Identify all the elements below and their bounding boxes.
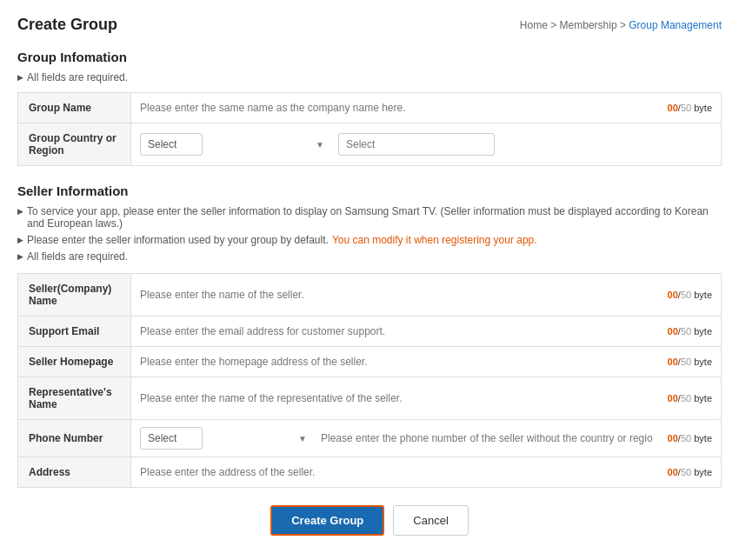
support-email-counter: 00/50 byte xyxy=(668,326,712,337)
address-label: Address xyxy=(18,457,131,488)
group-name-max: 50 xyxy=(681,103,691,113)
country-chevron-icon: ▼ xyxy=(316,140,324,150)
seller-homepage-counter: 00/50 byte xyxy=(668,357,712,367)
support-email-row: Support Email 00/50 byte xyxy=(18,317,722,347)
group-info-section: Group Infomation All fields are required… xyxy=(17,50,722,166)
seller-info-title: Seller Information xyxy=(17,183,722,198)
breadcrumb-current[interactable]: Group Management xyxy=(629,19,722,31)
phone-chevron-icon: ▼ xyxy=(298,434,307,443)
region-input[interactable] xyxy=(338,133,495,156)
phone-input-wrapper: 00/50 byte xyxy=(321,432,712,444)
seller-homepage-field-wrapper: 00/50 byte xyxy=(140,356,712,368)
group-name-counter: 00/50 byte xyxy=(668,103,712,113)
breadcrumb: Home > Membership > Group Management xyxy=(520,19,722,31)
group-name-field-wrapper: 00/50 byte xyxy=(140,102,712,114)
seller-modify-text: You can modify it when registering your … xyxy=(332,234,537,246)
seller-homepage-label: Seller Homepage xyxy=(18,347,131,377)
page-title: Create Group xyxy=(17,16,117,34)
group-info-title: Group Infomation xyxy=(17,50,722,64)
seller-name-row: Seller(Company) Name 00/50 byte xyxy=(18,274,722,317)
country-select[interactable]: Select xyxy=(140,133,203,156)
seller-required: All fields are required. xyxy=(17,250,722,263)
phone-select-wrapper: Select ▼ xyxy=(140,427,314,450)
address-field-wrapper: 00/50 byte xyxy=(140,466,712,478)
group-info-required: All fields are required. xyxy=(17,71,722,83)
representative-name-input[interactable] xyxy=(140,392,661,404)
seller-name-input[interactable] xyxy=(140,289,661,301)
country-select-wrapper: Select ▼ xyxy=(140,133,331,156)
group-name-row: Group Name 00/50 byte xyxy=(18,93,722,123)
phone-number-counter: 00/50 byte xyxy=(668,433,712,443)
seller-info-section: Seller Information To service your app, … xyxy=(17,183,722,488)
create-group-button[interactable]: Create Group xyxy=(270,505,384,536)
support-email-input[interactable] xyxy=(140,325,661,337)
seller-note-1: To service your app, please enter the se… xyxy=(17,205,722,230)
support-email-label: Support Email xyxy=(18,317,131,347)
breadcrumb-home: Home xyxy=(520,19,548,31)
representative-name-row: Representative's Name 00/50 byte xyxy=(18,377,722,420)
group-name-unit: byte xyxy=(694,103,712,113)
seller-homepage-row: Seller Homepage 00/50 byte xyxy=(18,347,722,377)
phone-number-field-wrapper: Select ▼ 00/50 byte xyxy=(140,427,712,450)
seller-info-notes: To service your app, please enter the se… xyxy=(17,205,722,263)
cancel-button[interactable]: Cancel xyxy=(393,505,468,536)
seller-note-2: Please enter the seller information used… xyxy=(17,234,722,246)
group-name-label: Group Name xyxy=(18,93,131,123)
group-name-current: 00 xyxy=(668,103,678,113)
phone-number-input[interactable] xyxy=(321,432,661,444)
representative-name-counter: 00/50 byte xyxy=(668,393,712,403)
phone-number-row: Phone Number Select ▼ 00/50 xyxy=(18,420,722,457)
group-country-field-wrapper: Select ▼ xyxy=(140,133,712,156)
seller-homepage-input[interactable] xyxy=(140,356,661,368)
phone-country-select[interactable]: Select xyxy=(140,427,203,450)
group-country-row: Group Country or Region Select ▼ xyxy=(18,123,722,166)
footer-buttons: Create Group Cancel xyxy=(17,505,722,544)
support-email-field-wrapper: 00/50 byte xyxy=(140,325,712,337)
group-info-table: Group Name 00/50 byte Group Country or R… xyxy=(17,92,722,166)
seller-name-field-wrapper: 00/50 byte xyxy=(140,289,712,301)
representative-name-field-wrapper: 00/50 byte xyxy=(140,392,712,404)
seller-info-table: Seller(Company) Name 00/50 byte Support … xyxy=(17,273,722,488)
breadcrumb-membership: Membership xyxy=(560,19,617,31)
seller-name-counter: 00/50 byte xyxy=(668,290,712,300)
representative-name-label: Representative's Name xyxy=(18,377,131,420)
address-row: Address 00/50 byte xyxy=(18,457,722,488)
address-counter: 00/50 byte xyxy=(668,467,712,477)
seller-name-label: Seller(Company) Name xyxy=(18,274,131,317)
group-name-input[interactable] xyxy=(140,102,661,114)
page-header: Create Group Home > Membership > Group M… xyxy=(17,16,722,34)
phone-number-label: Phone Number xyxy=(18,420,131,457)
group-country-label: Group Country or Region xyxy=(18,123,131,166)
address-input[interactable] xyxy=(140,466,661,478)
